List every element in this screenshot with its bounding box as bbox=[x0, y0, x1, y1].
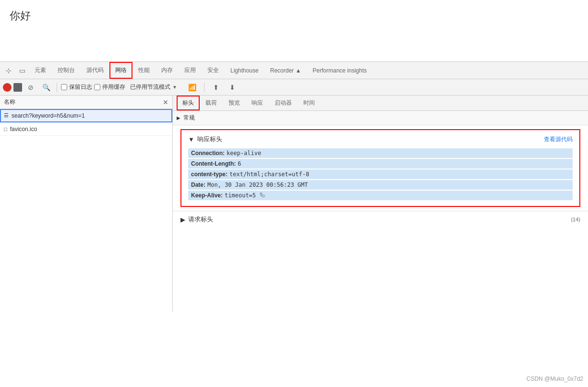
toolbar-right-icons: 📶 ⬆ ⬇ bbox=[186, 81, 239, 94]
search-icon-btn[interactable]: 🔍 bbox=[39, 81, 53, 94]
tab-elements[interactable]: 元素 bbox=[29, 62, 52, 79]
sub-tab-initiator[interactable]: 启动器 bbox=[269, 96, 298, 110]
tab-performance-insights[interactable]: Performance insights bbox=[307, 62, 372, 79]
file-icon-2: □ bbox=[4, 126, 7, 132]
sub-tab-payload[interactable]: 载荷 bbox=[200, 96, 223, 110]
header-row-connection: Connection: keep-alive bbox=[188, 148, 573, 158]
device-icon: ▭ bbox=[19, 67, 25, 74]
network-toolbar: ⊘ 🔍 保留日志 停用缓存 已停用节流模式 ▼ 📶 ⬆ bbox=[0, 79, 588, 96]
response-headers-outer: ▼ 响应标头 查看源代码 Connection: keep-alive Cont… bbox=[177, 129, 584, 207]
download-icon: ⬇ bbox=[229, 84, 235, 91]
response-headers-arrow: ▼ bbox=[188, 136, 194, 143]
toolbar-divider-1 bbox=[57, 83, 57, 92]
header-row-content-type: content-type: text/html;charset=utf-8 bbox=[188, 169, 573, 179]
preserve-log-checkbox-label[interactable]: 保留日志 bbox=[61, 83, 92, 91]
request-headers-count: (14) bbox=[571, 217, 580, 222]
network-list-panel: 名称 ✕ ☰ search?keyword=h5&num=1 □ favicon… bbox=[0, 96, 173, 312]
tab-recorder[interactable]: Recorder ▲ bbox=[264, 62, 307, 79]
request-headers-row: ▶ 请求标头 (14) bbox=[180, 215, 580, 224]
search-icon: 🔍 bbox=[42, 84, 50, 91]
greeting-text: 你好 bbox=[0, 0, 588, 61]
upload-icon-btn[interactable]: ⬆ bbox=[209, 81, 223, 94]
network-item-favicon[interactable]: □ favicon.ico bbox=[0, 122, 172, 136]
tab-network[interactable]: 网络 bbox=[109, 62, 132, 79]
stop-button[interactable] bbox=[13, 83, 22, 92]
filter-icon: ⊘ bbox=[28, 84, 34, 91]
view-source-link[interactable]: 查看源代码 bbox=[544, 135, 573, 144]
cursor-icon: ⊹ bbox=[6, 67, 12, 74]
tab-memory[interactable]: 内存 bbox=[156, 62, 179, 79]
wifi-icon: 📶 bbox=[188, 84, 196, 91]
main-content-area: 名称 ✕ ☰ search?keyword=h5&num=1 □ favicon… bbox=[0, 96, 588, 312]
request-headers-title[interactable]: ▶ 请求标头 bbox=[180, 215, 213, 224]
throttle-dropdown-arrow: ▼ bbox=[172, 85, 177, 90]
headers-panel: 标头 载荷 预览 响应 启动器 时间 ▶ bbox=[173, 96, 588, 312]
record-button[interactable] bbox=[3, 83, 12, 92]
main-tabs-bar: ⊹ ▭ 元素 控制台 源代码 网络 性能 内存 应用 安全 Lighthous bbox=[0, 62, 588, 79]
sub-tab-headers[interactable]: 标头 bbox=[177, 96, 200, 110]
disable-cache-checkbox[interactable] bbox=[94, 84, 100, 90]
tab-application[interactable]: 应用 bbox=[179, 62, 202, 79]
sub-tab-timing[interactable]: 时间 bbox=[298, 96, 321, 110]
tab-console[interactable]: 控制台 bbox=[52, 62, 81, 79]
devtools-panel: ⊹ ▭ 元素 控制台 源代码 网络 性能 内存 应用 安全 Lighthous bbox=[0, 61, 588, 312]
close-icon[interactable]: ✕ bbox=[163, 98, 168, 106]
tab-lighthouse[interactable]: Lighthouse bbox=[225, 62, 264, 79]
throttle-dropdown[interactable]: 已停用节流模式 ▼ bbox=[127, 82, 180, 92]
sub-tabs-bar: 标头 载荷 预览 响应 启动器 时间 bbox=[173, 96, 588, 111]
device-icon-btn[interactable]: ▭ bbox=[15, 64, 29, 77]
sub-tab-preview[interactable]: 预览 bbox=[223, 96, 246, 110]
tab-security[interactable]: 安全 bbox=[202, 62, 225, 79]
response-headers-section: ▼ 响应标头 查看源代码 Connection: keep-alive Cont… bbox=[180, 129, 580, 207]
network-list-header: 名称 ✕ bbox=[0, 96, 172, 109]
general-collapse-arrow: ▶ bbox=[177, 115, 180, 121]
response-headers-title: ▼ 响应标头 bbox=[188, 135, 222, 144]
network-item-search[interactable]: ☰ search?keyword=h5&num=1 bbox=[0, 109, 172, 122]
wifi-icon-btn[interactable]: 📶 bbox=[186, 81, 199, 94]
download-icon-btn[interactable]: ⬇ bbox=[226, 81, 239, 94]
cursor-icon-btn[interactable]: ⊹ bbox=[2, 64, 15, 77]
header-row-date: Date: Mon, 30 Jan 2023 00:56:23 GMT bbox=[188, 180, 573, 190]
request-headers-arrow: ▶ bbox=[180, 216, 185, 223]
header-row-keep-alive: Keep-Alive: timeout=5 ⮱ bbox=[188, 191, 573, 200]
header-row-content-length: Content-Length: 6 bbox=[188, 159, 573, 169]
file-icon: ☰ bbox=[4, 112, 9, 119]
toolbar-divider-2 bbox=[204, 83, 204, 92]
request-headers-section: ▶ 请求标头 (14) bbox=[173, 211, 588, 228]
cursor-placeholder: ⮱ bbox=[260, 192, 265, 199]
general-section-header[interactable]: ▶ 常规 bbox=[173, 111, 588, 125]
sub-tab-response[interactable]: 响应 bbox=[246, 96, 269, 110]
upload-icon: ⬆ bbox=[213, 84, 219, 91]
tab-sources[interactable]: 源代码 bbox=[81, 62, 109, 79]
preserve-log-checkbox[interactable] bbox=[61, 84, 67, 90]
tab-performance[interactable]: 性能 bbox=[132, 62, 156, 79]
response-headers-title-row: ▼ 响应标头 查看源代码 bbox=[188, 135, 573, 144]
filter-icon-btn[interactable]: ⊘ bbox=[24, 81, 37, 94]
disable-cache-checkbox-label[interactable]: 停用缓存 bbox=[94, 83, 125, 91]
